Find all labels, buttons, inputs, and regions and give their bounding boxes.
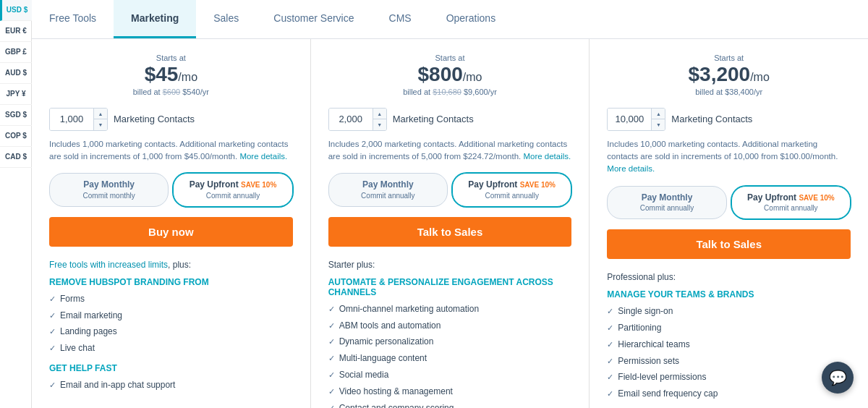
check-icon: ✓ — [328, 336, 335, 347]
feature-item: ✓Contact and company scoring — [328, 402, 572, 408]
tab-customer-service[interactable]: Customer Service — [256, 0, 371, 38]
price-display: $800/mo — [328, 64, 572, 86]
features-intro: Starter plus: — [328, 260, 572, 270]
pay-monthly-btn[interactable]: Pay Monthly Commit annually — [607, 186, 726, 220]
check-icon: ✓ — [607, 323, 613, 333]
contacts-desc: Includes 10,000 marketing contacts. Addi… — [607, 138, 851, 176]
chat-button[interactable]: 💬 — [822, 362, 854, 394]
contacts-input[interactable] — [329, 109, 373, 130]
check-icon: ✓ — [328, 386, 335, 397]
contacts-input-wrap[interactable]: ▲ ▼ — [607, 108, 665, 131]
starts-at-label: Starts at — [607, 54, 851, 62]
tabs-bar: Free ToolsMarketingSalesCustomer Service… — [32, 0, 868, 39]
feature-text: Single sign-on — [618, 305, 673, 318]
check-icon: ✓ — [49, 326, 56, 337]
feature-section-title: MANAGE YOUR TEAMS & BRANDS — [607, 289, 851, 299]
contacts-row: ▲ ▼ Marketing Contacts — [607, 108, 851, 131]
feature-list2: ✓Email and in-app chat support — [49, 379, 293, 391]
cta-button-professional[interactable]: Talk to Sales — [328, 217, 572, 247]
plan-header-starter: Starts at $45/mo billed at $600 $540/yr — [49, 54, 293, 96]
cta-button-starter[interactable]: Buy now — [49, 217, 293, 247]
contacts-down-btn[interactable]: ▼ — [652, 119, 665, 130]
contacts-spinners: ▲ ▼ — [93, 109, 107, 130]
check-icon: ✓ — [607, 306, 613, 317]
pay-monthly-btn[interactable]: Pay Monthly Commit annually — [328, 173, 448, 207]
more-details-link[interactable]: More details. — [523, 152, 571, 161]
feature-item: ✓Partitioning — [607, 322, 851, 334]
page-wrapper: USD $EUR €GBP £AUD $JPY ¥SGD $COP $CAD $… — [0, 0, 868, 408]
feature-text: Email and in-app chat support — [60, 379, 175, 391]
pay-upfront-btn[interactable]: Pay Upfront SAVE 10% Commit annually — [173, 173, 292, 207]
sidebar-item-eur[interactable]: EUR € — [0, 21, 32, 42]
tab-free-tools[interactable]: Free Tools — [32, 0, 114, 38]
features-intro: Free tools with increased limits, plus: — [49, 260, 293, 270]
tab-cms[interactable]: CMS — [372, 0, 429, 38]
check-icon: ✓ — [328, 370, 335, 381]
contacts-spinners: ▲ ▼ — [651, 109, 665, 130]
feature-section2-title: GET HELP FAST — [49, 363, 293, 373]
contacts-input-wrap[interactable]: ▲ ▼ — [49, 108, 108, 131]
feature-item: ✓Email marketing — [49, 310, 293, 322]
feature-text: Dynamic personalization — [339, 336, 434, 348]
pay-monthly-btn[interactable]: Pay Monthly Commit monthly — [49, 173, 169, 207]
feature-text: ABM tools and automation — [339, 320, 441, 332]
feature-text: Forms — [60, 293, 85, 305]
feature-item: ✓Forms — [49, 293, 293, 305]
plan-col-enterprise: Starts at $3,200/mo billed at $38,400/yr… — [590, 39, 868, 408]
contacts-up-btn[interactable]: ▲ — [373, 109, 386, 120]
payment-toggle: Pay Monthly Commit monthly Pay Upfront S… — [49, 173, 293, 207]
pay-upfront-btn[interactable]: Pay Upfront SAVE 10% Commit annually — [731, 186, 851, 220]
billed-at-label: billed at $10,680 $9,600/yr — [328, 88, 572, 96]
contacts-input[interactable] — [608, 109, 651, 130]
contacts-desc: Includes 2,000 marketing contacts. Addit… — [328, 138, 572, 163]
plans-area: Starts at $45/mo billed at $600 $540/yr … — [32, 39, 868, 408]
feature-list: ✓Omni-channel marketing automation✓ABM t… — [328, 303, 572, 408]
feature-text: Field-level permissions — [618, 371, 706, 383]
feature-item: ✓Email send frequency cap — [607, 388, 851, 400]
pay-upfront-btn[interactable]: Pay Upfront SAVE 10% Commit annually — [452, 173, 571, 207]
feature-item: ✓Permission sets — [607, 355, 851, 367]
tab-sales[interactable]: Sales — [196, 0, 256, 38]
check-icon: ✓ — [328, 304, 335, 315]
more-details-link[interactable]: More details. — [607, 164, 655, 173]
feature-list: ✓Forms✓Email marketing✓Landing pages✓Liv… — [49, 293, 293, 354]
main-content: Free ToolsMarketingSalesCustomer Service… — [32, 0, 868, 408]
intro-link[interactable]: Free tools with increased limits — [49, 260, 168, 270]
sidebar-item-usd[interactable]: USD $ — [0, 0, 32, 21]
contacts-up-btn[interactable]: ▲ — [652, 109, 665, 120]
contacts-down-btn[interactable]: ▼ — [373, 119, 386, 130]
tab-marketing[interactable]: Marketing — [114, 0, 196, 38]
sidebar-item-cad[interactable]: CAD $ — [0, 147, 32, 168]
price-display: $45/mo — [49, 64, 293, 86]
sidebar-item-sgd[interactable]: SGD $ — [0, 105, 32, 126]
sidebar-item-jpy[interactable]: JPY ¥ — [0, 84, 32, 105]
billed-at-label: billed at $600 $540/yr — [49, 88, 293, 96]
feature-text: Hierarchical teams — [618, 339, 689, 351]
plan-col-professional: Starts at $800/mo billed at $10,680 $9,6… — [311, 39, 590, 408]
check-icon: ✓ — [607, 372, 613, 383]
contacts-row: ▲ ▼ Marketing Contacts — [49, 108, 293, 131]
contacts-label: Marketing Contacts — [393, 114, 474, 124]
check-icon: ✓ — [328, 320, 335, 331]
contacts-label: Marketing Contacts — [671, 114, 752, 124]
sidebar-item-aud[interactable]: AUD $ — [0, 63, 32, 84]
feature-item: ✓Single sign-on — [607, 305, 851, 318]
feature-item: ✓Video hosting & management — [328, 386, 572, 398]
more-details-link[interactable]: More details. — [239, 152, 287, 161]
sidebar-item-cop[interactable]: COP $ — [0, 126, 32, 147]
contacts-spinners: ▲ ▼ — [373, 109, 386, 130]
feature-text: Permission sets — [618, 355, 679, 367]
check-icon: ✓ — [49, 294, 56, 305]
contacts-input[interactable] — [50, 109, 93, 130]
feature-text: Landing pages — [60, 326, 117, 338]
contacts-up-btn[interactable]: ▲ — [94, 109, 107, 120]
contacts-input-wrap[interactable]: ▲ ▼ — [328, 108, 387, 131]
tab-operations[interactable]: Operations — [429, 0, 513, 38]
contacts-down-btn[interactable]: ▼ — [94, 119, 107, 130]
feature-item: ✓Field-level permissions — [607, 371, 851, 383]
cta-button-enterprise[interactable]: Talk to Sales — [607, 229, 851, 259]
starts-at-label: Starts at — [49, 54, 293, 62]
feature-section-title: AUTOMATE & PERSONALIZE ENGAGEMENT ACROSS… — [328, 277, 572, 297]
sidebar-item-gbp[interactable]: GBP £ — [0, 42, 32, 63]
contacts-desc: Includes 1,000 marketing contacts. Addit… — [49, 138, 293, 163]
